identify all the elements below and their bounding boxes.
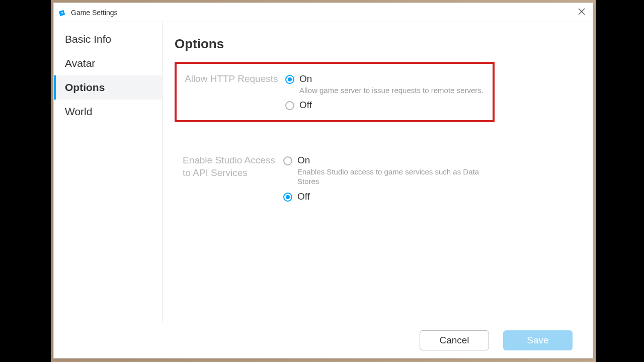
radio-row-off[interactable]: Off — [283, 191, 487, 203]
game-settings-dialog: Game Settings Basic Info Avatar Options … — [53, 3, 593, 358]
close-icon — [578, 8, 585, 17]
title-bar: Game Settings — [54, 3, 593, 22]
radio-text: Off — [297, 191, 310, 203]
sidebar-item-options[interactable]: Options — [54, 75, 162, 100]
close-button[interactable] — [575, 6, 589, 20]
main-panel: Options Allow HTTP Requests On Allow gam… — [163, 22, 593, 322]
radio-desc: Enables Studio access to game services s… — [297, 167, 487, 187]
radio-desc: Allow game server to issue requests to r… — [299, 85, 484, 96]
sidebar-item-label: Avatar — [65, 57, 95, 69]
setting-label: Enable Studio Access to API Services — [183, 154, 283, 203]
radio-row-on[interactable]: On Allow game server to issue requests t… — [285, 73, 485, 95]
radio-text: On Allow game server to issue requests t… — [299, 73, 484, 95]
roblox-studio-icon — [59, 9, 67, 17]
radio-button[interactable] — [283, 193, 292, 202]
dialog-body: Basic Info Avatar Options World Options … — [54, 22, 593, 322]
radio-button[interactable] — [285, 75, 294, 84]
radio-label: On — [299, 73, 484, 85]
setting-label: Allow HTTP Requests — [185, 73, 285, 111]
page-title: Options — [175, 36, 581, 52]
radio-row-on[interactable]: On Enables Studio access to game service… — [283, 154, 487, 187]
button-label: Save — [527, 335, 548, 346]
dialog-footer: Cancel Save — [54, 322, 593, 358]
sidebar-item-world[interactable]: World — [54, 100, 162, 124]
sidebar-item-label: Basic Info — [65, 33, 111, 45]
setting-enable-studio-access: Enable Studio Access to API Services On … — [175, 145, 495, 212]
sidebar-item-label: Options — [65, 81, 105, 94]
radio-row-off[interactable]: Off — [285, 99, 485, 111]
sidebar-item-avatar[interactable]: Avatar — [54, 51, 162, 75]
radio-text: Off — [299, 99, 312, 111]
radio-button[interactable] — [285, 101, 294, 110]
radio-text: On Enables Studio access to game service… — [297, 154, 487, 187]
cancel-button[interactable]: Cancel — [420, 330, 489, 350]
radio-label: On — [297, 154, 487, 166]
save-button[interactable]: Save — [503, 330, 573, 350]
sidebar-item-basic-info[interactable]: Basic Info — [54, 27, 162, 51]
setting-allow-http-requests: Allow HTTP Requests On Allow game server… — [175, 62, 495, 122]
setting-options: On Allow game server to issue requests t… — [285, 73, 485, 111]
radio-label: Off — [299, 99, 312, 111]
button-label: Cancel — [439, 335, 469, 346]
radio-label: Off — [297, 191, 310, 203]
radio-button[interactable] — [283, 156, 292, 165]
sidebar-item-label: World — [65, 106, 92, 118]
window-title: Game Settings — [71, 9, 575, 17]
setting-options: On Enables Studio access to game service… — [283, 154, 487, 203]
sidebar: Basic Info Avatar Options World — [54, 22, 163, 322]
